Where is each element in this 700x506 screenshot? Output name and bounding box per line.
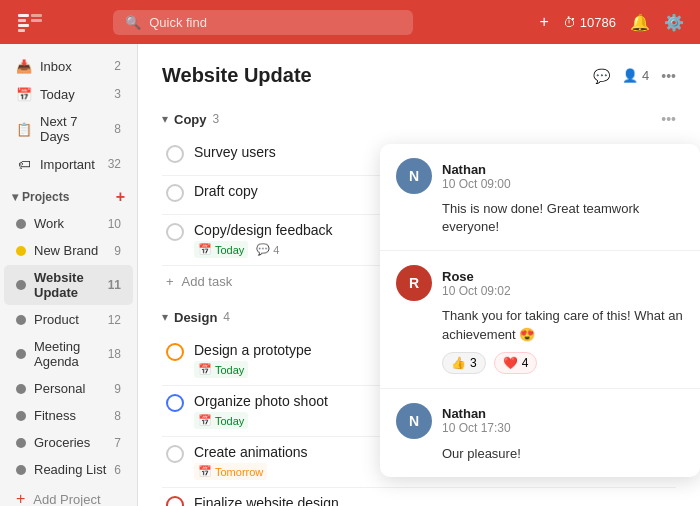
comment-popup: N Nathan 10 Oct 09:00 This is now done! …	[380, 144, 700, 477]
thumbs-up-emoji: 👍	[451, 356, 466, 370]
task-checkbox-prototype[interactable]	[166, 343, 184, 361]
collaborators[interactable]: 👤 4	[622, 68, 649, 83]
comment-3-meta: Nathan 10 Oct 17:30	[442, 406, 511, 435]
copy-section-menu[interactable]: •••	[661, 111, 676, 127]
svg-rect-0	[18, 14, 29, 17]
meetingagenda-dot	[16, 349, 26, 359]
task-checkbox-animations[interactable]	[166, 445, 184, 463]
comment-2-meta: Rose 10 Oct 09:02	[442, 269, 511, 298]
task-checkbox-photoshoot[interactable]	[166, 394, 184, 412]
svg-rect-5	[31, 19, 42, 22]
projects-section-header: ▾ Projects +	[0, 182, 137, 210]
task-checkbox-draft[interactable]	[166, 184, 184, 202]
karma-icon: ⏱	[563, 15, 576, 30]
comment-3-header: N Nathan 10 Oct 17:30	[396, 403, 684, 439]
person-icon: 👤	[622, 68, 638, 83]
logo-icon	[16, 8, 44, 36]
task-date-animations: 📅 Tomorrow	[194, 463, 267, 480]
add-project-button[interactable]: +	[116, 188, 125, 206]
fitness-dot	[16, 411, 26, 421]
content-area: Website Update 💬 👤 4 ••• ▾ Copy 3 •••	[138, 44, 700, 506]
task-date-photoshoot: 📅 Today	[194, 412, 248, 429]
more-options-icon[interactable]: •••	[661, 68, 676, 84]
header-actions: + ⏱ 10786 🔔 ⚙️	[539, 13, 684, 32]
add-project-icon: +	[16, 490, 25, 506]
sidebar-item-groceries[interactable]: Groceries 7	[4, 430, 133, 455]
add-task-icon: +	[166, 274, 174, 289]
sidebar-item-websiteupdate[interactable]: Website Update 11	[4, 265, 133, 305]
readinglist-dot	[16, 465, 26, 475]
calendar-icon-prototype: 📅	[198, 363, 212, 376]
task-checkbox-feedback[interactable]	[166, 223, 184, 241]
add-button[interactable]: +	[539, 13, 548, 31]
thumbs-up-reaction[interactable]: 👍 3	[442, 352, 486, 374]
add-project-item[interactable]: + Add Project	[4, 485, 133, 506]
page-header: Website Update 💬 👤 4 •••	[162, 64, 676, 87]
app-header: 🔍 Quick find + ⏱ 10786 🔔 ⚙️	[0, 0, 700, 44]
comment-3-text: Our pleasure!	[442, 445, 684, 463]
inbox-icon: 📥	[16, 58, 32, 74]
svg-rect-3	[18, 29, 25, 32]
sidebar-item-next7days[interactable]: 📋 Next 7 Days 8	[4, 109, 133, 149]
page-title: Website Update	[162, 64, 593, 87]
comment-1-text: This is now done! Great teamwork everyon…	[442, 200, 684, 236]
projects-expand-icon[interactable]: ▾	[12, 190, 18, 204]
main-layout: 📥 Inbox 2 📅 Today 3 📋 Next 7 Days 8 🏷 Im…	[0, 44, 700, 506]
product-dot	[16, 315, 26, 325]
sidebar-item-fitness[interactable]: Fitness 8	[4, 403, 133, 428]
task-checkbox-survey[interactable]	[166, 145, 184, 163]
copy-toggle[interactable]: ▾	[162, 112, 168, 126]
comment-count-icon: 💬	[256, 243, 270, 256]
websiteupdate-dot	[16, 280, 26, 290]
comment-1: N Nathan 10 Oct 09:00 This is now done! …	[380, 144, 700, 251]
sidebar: 📥 Inbox 2 📅 Today 3 📋 Next 7 Days 8 🏷 Im…	[0, 44, 138, 506]
svg-rect-1	[18, 19, 26, 22]
important-icon: 🏷	[16, 156, 32, 172]
page-actions: 💬 👤 4 •••	[593, 68, 676, 84]
sidebar-item-important[interactable]: 🏷 Important 32	[4, 151, 133, 177]
settings-gear[interactable]: ⚙️	[664, 13, 684, 32]
sidebar-item-newbrand[interactable]: New Brand 9	[4, 238, 133, 263]
task-comment-count[interactable]: 💬 4	[256, 243, 279, 256]
sidebar-item-readinglist[interactable]: Reading List 6	[4, 457, 133, 482]
search-placeholder: Quick find	[149, 15, 207, 30]
calendar-icon: 📅	[198, 243, 212, 256]
calendar-icon-animations: 📅	[198, 465, 212, 478]
task-content-finalize: Finalize website design 📅 Thursday	[194, 495, 672, 506]
today-icon: 📅	[16, 86, 32, 102]
personal-dot	[16, 384, 26, 394]
comment-icon[interactable]: 💬	[593, 68, 610, 84]
sidebar-item-today[interactable]: 📅 Today 3	[4, 81, 133, 107]
work-dot	[16, 219, 26, 229]
comment-2-header: R Rose 10 Oct 09:02	[396, 265, 684, 301]
app-logo[interactable]	[16, 8, 44, 36]
task-date-feedback: 📅 Today	[194, 241, 248, 258]
comment-3-avatar: N	[396, 403, 432, 439]
newbrand-dot	[16, 246, 26, 256]
sidebar-item-inbox[interactable]: 📥 Inbox 2	[4, 53, 133, 79]
comment-2-avatar: R	[396, 265, 432, 301]
comment-2: R Rose 10 Oct 09:02 Thank you for taking…	[380, 251, 700, 388]
comment-3: N Nathan 10 Oct 17:30 Our pleasure!	[380, 389, 700, 477]
task-date-prototype: 📅 Today	[194, 361, 248, 378]
search-icon: 🔍	[125, 15, 141, 30]
task-checkbox-finalize[interactable]	[166, 496, 184, 506]
comment-1-avatar: N	[396, 158, 432, 194]
sidebar-item-meetingagenda[interactable]: Meeting Agenda 18	[4, 334, 133, 374]
groceries-dot	[16, 438, 26, 448]
sidebar-item-work[interactable]: Work 10	[4, 211, 133, 236]
comment-1-meta: Nathan 10 Oct 09:00	[442, 162, 511, 191]
comment-1-header: N Nathan 10 Oct 09:00	[396, 158, 684, 194]
copy-section-header: ▾ Copy 3 •••	[162, 107, 676, 131]
heart-reaction[interactable]: ❤️ 4	[494, 352, 538, 374]
notifications-bell[interactable]: 🔔	[630, 13, 650, 32]
next7-icon: 📋	[16, 121, 32, 137]
sidebar-item-product[interactable]: Product 12	[4, 307, 133, 332]
task-finalize-design: Finalize website design 📅 Thursday	[162, 488, 676, 506]
sidebar-item-personal[interactable]: Personal 9	[4, 376, 133, 401]
comment-2-reactions: 👍 3 ❤️ 4	[442, 352, 684, 374]
quick-find-bar[interactable]: 🔍 Quick find	[113, 10, 413, 35]
heart-emoji: ❤️	[503, 356, 518, 370]
karma-display: ⏱ 10786	[563, 15, 616, 30]
design-toggle[interactable]: ▾	[162, 310, 168, 324]
